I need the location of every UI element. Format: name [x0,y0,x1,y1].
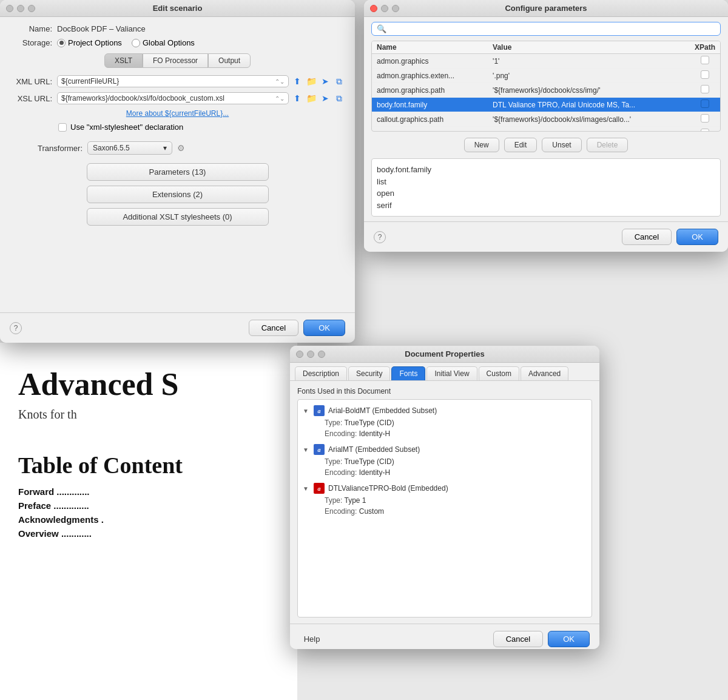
extensions-button[interactable]: Extensions (2) [87,186,269,203]
xml-url-action-icons: ⬆ 📁 ➤ ⧉ [291,75,345,87]
storage-options: Project Options Global Options [57,38,195,47]
close-button[interactable] [6,5,13,12]
params-table-container: Name Value XPath admon.graphics'1'admon.… [371,41,721,132]
xsl-url-action-icons: ⬆ 📁 ➤ ⧉ [291,92,345,104]
xpath-checkbox[interactable] [701,85,709,93]
font-dtl-name: DTLValianceTPRO-Bold (Embedded) [328,484,448,493]
font-arial-bold-header[interactable]: ▼ a Arial-BoldMT (Embedded Subset) [303,404,587,417]
param-xpath-cell [690,112,720,127]
transformer-value: Saxon6.5.5 [93,144,130,152]
font-arial-bold-name: Arial-BoldMT (Embedded Subset) [328,406,437,415]
xml-url-copy-icon[interactable]: ⧉ [333,75,345,87]
parameters-button[interactable]: Parameters (13) [87,163,269,181]
search-bar[interactable]: 🔍 [371,22,721,36]
tab-security[interactable]: Security [348,366,390,380]
tab-xslt[interactable]: XSLT [104,53,143,68]
global-options-option[interactable]: Global Options [132,38,195,47]
toc-item-2: Preface .............. [0,499,297,513]
search-input[interactable] [390,24,715,33]
doc-properties-window: Document Properties Description Security… [290,346,599,649]
edit-scenario-window: Edit scenario Name: DocBook PDF – Valian… [0,0,355,343]
name-label: Name: [10,24,52,33]
tab-fonts[interactable]: Fonts [391,366,425,380]
doc-maximize-button[interactable] [318,351,325,358]
doc-help-button[interactable]: Help [300,633,324,645]
edit-scenario-footer: ? Cancel OK [0,312,355,343]
info-line-1: body.font.family [377,164,715,176]
config-maximize-button[interactable] [392,5,399,12]
xsl-url-folder-icon[interactable]: 📁 [305,92,317,104]
param-name-cell: callout.graphics.path [372,112,488,127]
tab-custom[interactable]: Custom [479,366,519,380]
minimize-button[interactable] [17,5,24,12]
xsl-url-add-icon[interactable]: ⬆ [291,92,303,104]
doc-ok-button[interactable]: OK [548,631,590,647]
xsl-url-input[interactable]: ${frameworks}/docbook/xsl/fo/docbook_cus… [57,92,289,104]
doc-close-button[interactable] [296,351,303,358]
project-options-radio[interactable] [57,39,66,47]
table-row[interactable]: callout.graphics.path'${frameworks}/docb… [372,112,720,127]
ok-button[interactable]: OK [303,320,345,336]
xml-stylesheet-checkbox[interactable] [58,123,67,132]
col-value: Value [488,41,690,54]
more-about-link[interactable]: More about ${currentFileURL}... [126,109,229,118]
unset-button[interactable]: Unset [542,138,581,152]
xml-url-folder-icon[interactable]: 📁 [305,75,317,87]
xml-url-add-icon[interactable]: ⬆ [291,75,303,87]
tab-advanced[interactable]: Advanced [521,366,568,380]
xpath-checkbox[interactable] [701,70,709,79]
doc-minimize-button[interactable] [307,351,314,358]
tab-output[interactable]: Output [208,53,251,68]
font-dtl-icon: a [314,483,325,494]
xpath-checkbox[interactable] [701,56,709,64]
table-row[interactable]: body.font.familyDTL Valiance TPRO, Arial… [372,98,720,112]
fonts-section: Fonts Used in this Document ▼ a Arial-Bo… [290,381,599,624]
additional-button[interactable]: Additional XSLT stylesheets (0) [87,208,269,226]
config-ok-button[interactable]: OK [676,229,718,245]
table-row[interactable]: admon.graphics'1' [372,54,720,69]
xpath-checkbox[interactable] [701,114,709,123]
config-close-button[interactable] [370,5,377,12]
cancel-button[interactable]: Cancel [249,320,298,336]
xsl-url-copy-icon[interactable]: ⧉ [333,92,345,104]
info-line-4: serif [377,200,715,212]
param-xpath-cell [690,54,720,69]
font-arial-bold-chevron-icon: ▼ [303,408,310,414]
config-window-title: Configure parameters [505,4,587,13]
tab-fo-processor[interactable]: FO Processor [143,53,208,68]
table-row[interactable]: admon.graphics.path'${frameworks}/docboo… [372,83,720,98]
tab-initial-view[interactable]: Initial View [426,366,477,380]
global-options-radio[interactable] [132,39,140,47]
global-options-label: Global Options [143,38,195,47]
table-row[interactable]: admon.graphics.exten...'.png' [372,69,720,83]
new-button[interactable]: New [464,138,499,152]
delete-button[interactable]: Delete [587,138,629,152]
maximize-button[interactable] [28,5,35,12]
project-options-option[interactable]: Project Options [57,38,122,47]
doc-tab-bar: Description Security Fonts Initial View … [290,363,599,381]
font-arialmt-header[interactable]: ▼ a ArialMT (Embedded Subset) [303,443,587,456]
config-minimize-button[interactable] [381,5,388,12]
transformer-gear-icon[interactable]: ⚙ [177,143,185,153]
table-row[interactable]: draft.mode'no' [372,127,720,132]
config-cancel-button[interactable]: Cancel [622,229,672,245]
xpath-checkbox[interactable] [701,99,709,108]
storage-label: Storage: [10,38,52,47]
font-arialmt-name: ArialMT (Embedded Subset) [328,445,420,454]
transformer-select[interactable]: Saxon6.5.5 ▾ [87,141,172,155]
xpath-checkbox[interactable] [701,129,709,132]
search-icon: 🔍 [377,24,386,33]
xml-url-input[interactable]: ${currentFileURL} ⌃⌄ [57,75,289,87]
font-dtl-header[interactable]: ▼ a DTLValianceTPRO-Bold (Embedded) [303,482,587,495]
edit-button[interactable]: Edit [504,138,538,152]
font-group-arial-bold: ▼ a Arial-BoldMT (Embedded Subset) Type:… [298,402,592,441]
xml-url-arrow-icon[interactable]: ➤ [319,75,331,87]
config-help-button[interactable]: ? [374,231,386,243]
config-footer: ? Cancel OK [364,221,728,252]
xsl-url-arrow-icon[interactable]: ➤ [319,92,331,104]
doc-cancel-button[interactable]: Cancel [493,631,543,647]
tab-description[interactable]: Description [295,366,347,380]
help-button[interactable]: ? [10,322,22,334]
font-arialmt-type: Type: TrueType (CID) [303,456,587,467]
params-table: Name Value XPath admon.graphics'1'admon.… [372,41,720,132]
